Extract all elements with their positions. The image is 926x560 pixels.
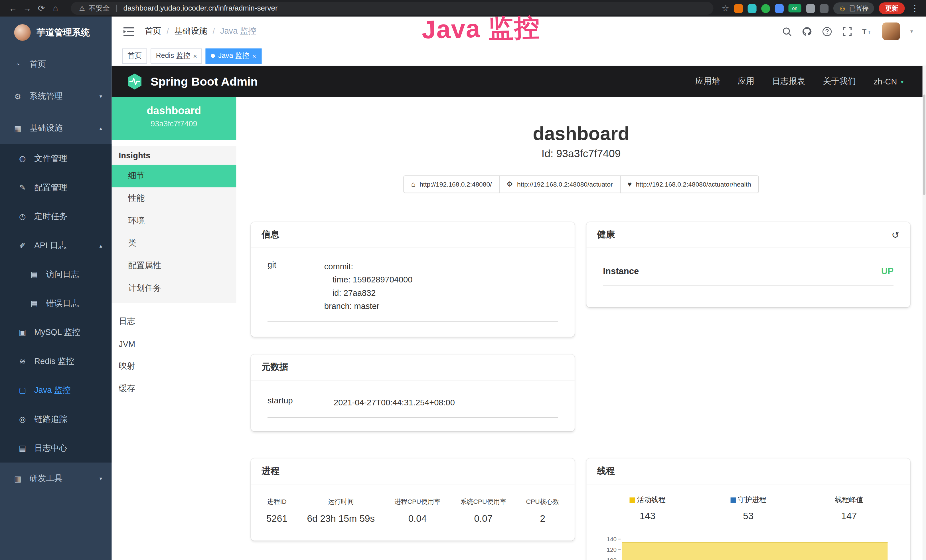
sidebar-item-label: 定时任务 xyxy=(34,211,67,222)
sba-nav-about[interactable]: 关于我们 xyxy=(823,76,856,87)
sidebar-item-error-logs[interactable]: ▤ 错误日志 xyxy=(0,289,112,318)
instance-id-subtitle: Id: 93a3fc7f7409 xyxy=(236,148,926,160)
close-icon[interactable]: × xyxy=(253,52,256,59)
app-logo-image xyxy=(14,24,31,41)
sba-menu-config-properties[interactable]: 配置属性 xyxy=(112,255,236,277)
url-text[interactable]: dashboard.yudao.iocoder.cn/infra/admin-s… xyxy=(124,4,278,12)
sba-brand[interactable]: Spring Boot Admin xyxy=(151,75,258,88)
sba-menu-metrics[interactable]: 性能 xyxy=(112,187,236,210)
paused-profile-badge[interactable]: ☺ 已暂停 xyxy=(833,2,874,14)
info-line: commit: xyxy=(324,260,412,273)
puzzle-extension-icon[interactable] xyxy=(820,4,828,12)
browser-menu-icon[interactable]: ⋮ xyxy=(909,3,920,13)
help-icon[interactable] xyxy=(823,26,832,36)
link-label: http://192.168.0.2:48080/ xyxy=(419,181,492,188)
sba-nav-wallboard[interactable]: 应用墙 xyxy=(695,76,720,87)
close-icon[interactable]: × xyxy=(193,52,197,59)
actuator-url-link[interactable]: ⚙ http://192.168.0.2:48080/actuator xyxy=(499,176,620,193)
fox-extension-icon[interactable] xyxy=(734,4,743,12)
sba-menu-environment[interactable]: 环境 xyxy=(112,210,236,232)
update-button[interactable]: 更新 xyxy=(879,2,905,14)
app-header: 首页 / 基础设施 / Java 监控 xyxy=(112,17,926,46)
sidebar-item-home[interactable]: ◔ 首页 xyxy=(0,48,112,80)
on-badge-extension-icon[interactable]: on xyxy=(788,4,801,12)
tab-home[interactable]: 首页 xyxy=(123,48,147,64)
sidebar-item-config-management[interactable]: ✎ 配置管理 xyxy=(0,173,112,202)
instance-name: dashboard xyxy=(112,105,236,117)
font-size-icon[interactable]: T T xyxy=(862,26,872,36)
legend-live-threads[interactable]: 活动线程 143 xyxy=(597,495,698,522)
instance-header[interactable]: dashboard 93a3fc7f7409 xyxy=(112,97,236,140)
sidebar-item-redis-monitor[interactable]: ≋ Redis 监控 xyxy=(0,347,112,376)
scrollbar-thumb[interactable] xyxy=(923,94,925,195)
chevron-down-icon: ▾ xyxy=(900,78,903,85)
health-url-link[interactable]: ♥ http://192.168.0.2:48080/actuator/heal… xyxy=(620,176,759,193)
instance-links: ⌂ http://192.168.0.2:48080/ ⚙ http://192… xyxy=(236,176,926,193)
instance-health-row[interactable]: Instance UP xyxy=(603,266,893,286)
tab-label: Java 监控 xyxy=(218,51,249,61)
breadcrumb-infrastructure[interactable]: 基础设施 xyxy=(174,26,207,36)
sba-nav-journal[interactable]: 日志报表 xyxy=(772,76,805,87)
user-caret-icon[interactable]: ▾ xyxy=(910,28,913,34)
info-line: id: 27aa832 xyxy=(324,286,412,300)
browser-reload-icon[interactable]: ⟳ xyxy=(34,1,48,15)
sba-menu-loggers[interactable]: 日志 xyxy=(112,310,236,333)
link-label: http://192.168.0.2:48080/actuator/health xyxy=(636,181,751,188)
tags-view: 首页 Redis 监控 × Java 监控 × xyxy=(112,46,926,66)
sidebar-item-dev-tools[interactable]: ▥ 研发工具 ▾ xyxy=(0,462,112,494)
grid-extension-icon[interactable] xyxy=(775,4,784,12)
bookmark-star-icon[interactable]: ☆ xyxy=(722,3,729,13)
language-label: zh-CN xyxy=(873,77,897,86)
spring-boot-admin-logo-icon[interactable] xyxy=(126,73,144,91)
axis-tick-label: 120 xyxy=(607,546,617,552)
sba-menu-classes[interactable]: 类 xyxy=(112,232,236,255)
language-selector[interactable]: zh-CN ▾ xyxy=(873,77,903,86)
search-icon[interactable] xyxy=(782,26,792,36)
sba-menu-scheduled-tasks[interactable]: 计划任务 xyxy=(112,277,236,300)
sba-menu-mappings[interactable]: 映射 xyxy=(112,355,236,378)
github-icon[interactable] xyxy=(802,26,812,36)
sba-menu-details[interactable]: 细节 xyxy=(112,165,236,188)
tab-redis-monitor[interactable]: Redis 监控 × xyxy=(151,48,202,64)
app-title: 芋道管理系统 xyxy=(36,27,89,38)
browser-home-icon[interactable]: ⌂ xyxy=(48,1,63,15)
sidebar-item-trace[interactable]: ◎ 链路追踪 xyxy=(0,404,112,433)
process-card: 进程 进程ID 5261 运行时间 6d 23h 15m 59s 进程C xyxy=(251,459,575,540)
address-bar[interactable]: ⚠ 不安全 dashboard.yudao.iocoder.cn/infra/a… xyxy=(71,2,713,15)
tab-java-monitor[interactable]: Java 监控 × xyxy=(206,48,262,64)
avatar[interactable] xyxy=(883,23,900,40)
sidebar-item-infrastructure[interactable]: ▦ 基础设施 ▴ xyxy=(0,112,112,144)
breadcrumb-home[interactable]: 首页 xyxy=(145,26,161,36)
sba-menu-jvm[interactable]: JVM xyxy=(112,333,236,355)
sidebar-item-api-logs[interactable]: ✐ API 日志 ▴ xyxy=(0,231,112,260)
app-logo[interactable]: 芋道管理系统 xyxy=(0,17,112,48)
heart-icon: ♥ xyxy=(627,180,632,189)
leaf-extension-icon[interactable] xyxy=(806,4,815,12)
service-url-link[interactable]: ⌂ http://192.168.0.2:48080/ xyxy=(404,176,500,193)
link-label: http://192.168.0.2:48080/actuator xyxy=(517,181,613,188)
sba-menu-caches[interactable]: 缓存 xyxy=(112,377,236,400)
sidebar-item-log-center[interactable]: ▤ 日志中心 xyxy=(0,434,112,462)
legend-daemon-threads[interactable]: 守护进程 53 xyxy=(698,495,799,522)
hamburger-icon[interactable] xyxy=(124,27,134,36)
threads-chart-axis: 140 120 100 xyxy=(597,533,622,560)
sba-main: dashboard Id: 93a3fc7f7409 ⌂ http://192.… xyxy=(236,97,926,560)
browser-back-icon[interactable]: ← xyxy=(6,1,20,15)
legend-value: 143 xyxy=(640,511,655,522)
sidebar-item-scheduled-tasks[interactable]: ◷ 定时任务 xyxy=(0,202,112,231)
sidebar-item-file-management[interactable]: ◍ 文件管理 xyxy=(0,144,112,173)
sidebar-item-access-logs[interactable]: ▤ 访问日志 xyxy=(0,260,112,289)
fullscreen-icon[interactable] xyxy=(843,26,852,36)
sidebar-item-system-management[interactable]: ⚙ 系统管理 ▾ xyxy=(0,80,112,112)
live-threads-area xyxy=(622,542,888,560)
browser-forward-icon[interactable]: → xyxy=(20,1,34,15)
history-icon[interactable]: ↺ xyxy=(891,229,899,240)
pin-extension-icon[interactable] xyxy=(747,4,756,12)
sidebar-item-java-monitor[interactable]: ▢ Java 监控 xyxy=(0,376,112,404)
clock-icon: ◷ xyxy=(18,212,27,221)
sidebar-item-mysql-monitor[interactable]: ▣ MySQL 监控 xyxy=(0,318,112,347)
green-circle-extension-icon[interactable] xyxy=(761,4,770,12)
sba-nav-applications[interactable]: 应用 xyxy=(738,76,754,87)
sidebar-item-label: 配置管理 xyxy=(34,182,67,193)
metric-value: 6d 23h 15m 59s xyxy=(307,513,375,524)
